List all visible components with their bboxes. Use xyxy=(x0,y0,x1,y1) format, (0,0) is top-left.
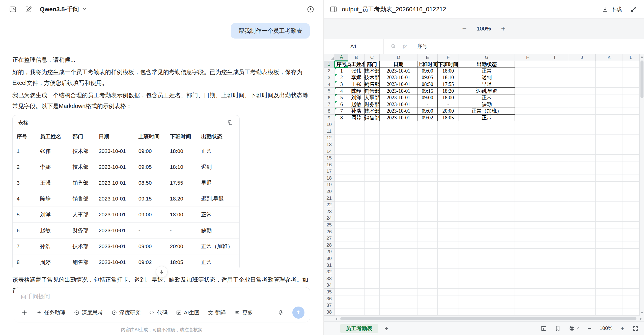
grid-cell[interactable]: 2023-10-01 xyxy=(380,74,417,81)
grid-cell[interactable] xyxy=(623,208,639,215)
grid-cell[interactable] xyxy=(596,88,623,94)
grid-cell[interactable] xyxy=(515,242,541,249)
grid-cell[interactable] xyxy=(365,309,380,316)
grid-cell[interactable] xyxy=(380,182,417,188)
grid-cell[interactable] xyxy=(515,282,541,289)
grid-cell[interactable] xyxy=(380,309,417,316)
column-header[interactable]: D xyxy=(380,54,417,61)
row-header[interactable]: 12 xyxy=(324,135,335,142)
grid-cell[interactable]: 正常 xyxy=(459,68,515,75)
vertical-scrollbar[interactable] xyxy=(639,54,644,316)
grid-cell[interactable]: 09:05 xyxy=(417,74,438,81)
grid-cell[interactable] xyxy=(365,202,380,208)
grid-cell[interactable] xyxy=(568,115,596,121)
grid-cell[interactable] xyxy=(365,121,380,128)
grid-cell[interactable] xyxy=(438,255,459,262)
grid-cell[interactable] xyxy=(596,295,623,302)
grid-cell[interactable] xyxy=(568,141,596,148)
grid-cell[interactable] xyxy=(515,188,541,195)
grid-cell[interactable] xyxy=(515,222,541,228)
grid-cell[interactable] xyxy=(365,242,380,249)
grid-cell[interactable] xyxy=(335,128,348,135)
grid-cell[interactable] xyxy=(596,235,623,242)
grid-cell[interactable] xyxy=(335,262,348,269)
horizontal-scrollbar[interactable] xyxy=(324,316,644,321)
scroll-up-arrow-icon[interactable] xyxy=(641,56,643,58)
grid-cell[interactable] xyxy=(515,269,541,275)
grid-cell[interactable] xyxy=(365,262,380,269)
copy-icon[interactable] xyxy=(226,119,234,126)
grid-cell[interactable] xyxy=(623,101,639,108)
zoom-out-button[interactable]: − xyxy=(462,25,467,32)
grid-cell[interactable]: 迟到,早退 xyxy=(459,88,515,94)
grid-cell[interactable] xyxy=(596,61,623,68)
grid-cell[interactable] xyxy=(459,155,515,161)
grid-cell[interactable]: 09:02 xyxy=(417,115,438,121)
grid-cell[interactable] xyxy=(335,295,348,302)
grid-cell[interactable] xyxy=(380,148,417,155)
tool-ai-image[interactable]: AI生图 xyxy=(176,309,200,316)
grid-cell[interactable] xyxy=(541,195,568,202)
scroll-down-arrow-icon[interactable] xyxy=(641,312,643,314)
grid-cell[interactable] xyxy=(568,81,596,88)
grid-cell[interactable] xyxy=(568,168,596,175)
layout-view-icon[interactable] xyxy=(541,325,547,331)
grid-cell[interactable] xyxy=(541,289,568,295)
grid-cell[interactable] xyxy=(596,228,623,235)
grid-cell[interactable] xyxy=(417,282,438,289)
attach-plus-icon[interactable] xyxy=(21,309,28,316)
grid-cell[interactable] xyxy=(515,94,541,101)
status-zoom-in-button[interactable]: + xyxy=(621,325,624,332)
expand-icon[interactable] xyxy=(630,6,637,13)
grid-cell[interactable] xyxy=(438,148,459,155)
sheet-tab[interactable]: 员工考勤表 xyxy=(340,324,378,333)
grid-cell[interactable] xyxy=(596,269,623,275)
grid-cell[interactable] xyxy=(568,94,596,101)
grid-cell[interactable]: 张伟 xyxy=(348,68,365,75)
row-header[interactable]: 4 xyxy=(324,81,335,88)
search-disabled-icon[interactable] xyxy=(390,43,396,49)
grid-cell[interactable]: 早退 xyxy=(459,81,515,88)
grid-cell[interactable] xyxy=(438,161,459,168)
grid-cell[interactable] xyxy=(515,208,541,215)
grid-cell[interactable] xyxy=(596,121,623,128)
grid-cell[interactable] xyxy=(417,275,438,282)
grid-cell[interactable]: 2023-10-01 xyxy=(380,101,417,108)
grid-cell[interactable] xyxy=(541,141,568,148)
grid-cell[interactable] xyxy=(417,208,438,215)
column-header[interactable]: H xyxy=(515,54,541,61)
row-header[interactable]: 28 xyxy=(324,242,335,249)
grid-cell[interactable] xyxy=(623,135,639,142)
grid-cell[interactable] xyxy=(541,188,568,195)
grid-cell[interactable] xyxy=(348,195,365,202)
grid-cell[interactable] xyxy=(335,309,348,316)
grid-cell[interactable] xyxy=(515,128,541,135)
grid-cell[interactable] xyxy=(335,249,348,255)
tool-deep-research[interactable]: 深度研究 xyxy=(111,309,141,316)
grid-cell[interactable] xyxy=(541,182,568,188)
grid-cell[interactable] xyxy=(515,68,541,75)
grid-cell[interactable] xyxy=(365,222,380,228)
grid-cell[interactable] xyxy=(417,249,438,255)
grid-cell[interactable] xyxy=(365,255,380,262)
row-header[interactable]: 21 xyxy=(324,195,335,202)
grid-cell[interactable] xyxy=(623,228,639,235)
grid-cell[interactable] xyxy=(568,302,596,309)
grid-cell[interactable] xyxy=(380,168,417,175)
grid-cell[interactable] xyxy=(335,188,348,195)
grid-cell[interactable] xyxy=(541,255,568,262)
grid-cell[interactable] xyxy=(541,249,568,255)
grid-cell[interactable] xyxy=(335,155,348,161)
grid-cell[interactable] xyxy=(623,175,639,182)
grid-cell[interactable] xyxy=(596,222,623,228)
grid-cell[interactable] xyxy=(438,235,459,242)
grid-cell[interactable]: 人事部 xyxy=(365,94,380,101)
grid-cell[interactable] xyxy=(335,289,348,295)
zoom-in-button[interactable]: + xyxy=(501,25,506,32)
grid-cell[interactable] xyxy=(568,222,596,228)
grid-cell[interactable] xyxy=(568,128,596,135)
grid-cell[interactable] xyxy=(438,215,459,222)
grid-cell[interactable] xyxy=(541,208,568,215)
grid-cell[interactable] xyxy=(417,155,438,161)
grid-cell[interactable] xyxy=(438,269,459,275)
